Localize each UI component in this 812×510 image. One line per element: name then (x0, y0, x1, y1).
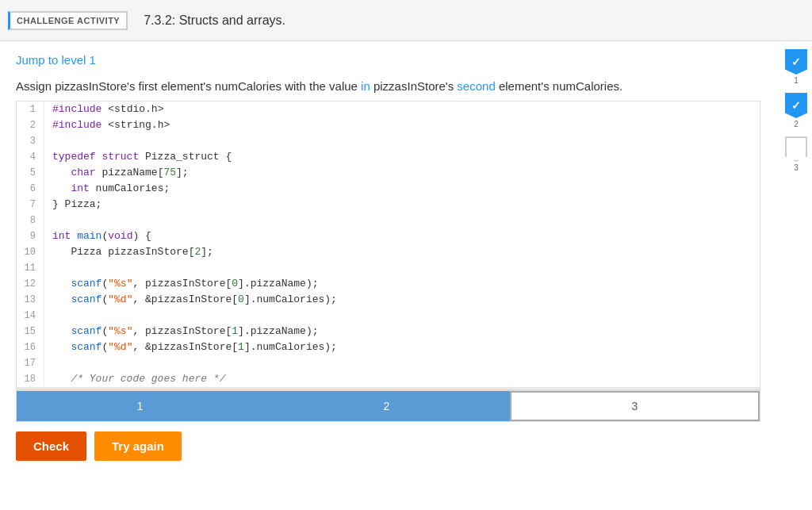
code-line: 15 scanf("%s", pizzasInStore[1].pizzaNam… (17, 324, 760, 339)
code-line: 1 #include <stdio.h> (17, 102, 760, 117)
code-line: 9 int main(void) { (17, 228, 760, 244)
page-title: 7.3.2: Structs and arrays. (144, 13, 285, 28)
progress-label-3: 3 (632, 400, 638, 412)
challenge-activity-badge: CHALLENGE ACTIVITY (8, 11, 128, 30)
code-editor[interactable]: 1 #include <stdio.h> 2 #include <string.… (16, 101, 760, 390)
code-line: 16 scanf("%d", &pizzasInStore[1].numCalo… (17, 339, 760, 355)
code-line: 8 (17, 213, 760, 228)
level-3-num: 3 (794, 163, 799, 172)
code-line: 17 (17, 355, 760, 371)
level-3-badge (785, 136, 807, 162)
progress-segment-2[interactable]: 2 (263, 391, 510, 421)
progress-segment-3[interactable]: 3 (510, 391, 760, 421)
jump-link-container: Jump to level 1 (16, 53, 760, 67)
code-line: 10 Pizza pizzasInStore[2]; (17, 244, 760, 260)
code-line: 6 int numCalories; (17, 181, 760, 197)
action-buttons: Check Try again (16, 422, 760, 470)
progress-bar: 1 2 3 (16, 390, 760, 422)
sidebar-level-3[interactable]: 3 (785, 136, 807, 172)
try-again-button[interactable]: Try again (94, 431, 182, 461)
level-2-num: 2 (794, 120, 799, 128)
code-line: 4 typedef struct Pizza_struct { (17, 149, 760, 165)
code-line: 13 scanf("%d", &pizzasInStore[0].numCalo… (17, 292, 760, 308)
level-1-badge: ✓ (785, 49, 807, 75)
sidebar-level-2[interactable]: ✓ 2 (785, 93, 807, 128)
code-line: 2 #include <string.h> (17, 117, 760, 133)
progress-label-2: 2 (384, 400, 390, 412)
code-line: 7 } Pizza; (17, 197, 760, 213)
level-2-badge: ✓ (785, 93, 807, 118)
code-line: 18 /* Your code goes here */ (17, 371, 760, 387)
header: CHALLENGE ACTIVITY 7.3.2: Structs and ar… (0, 0, 812, 41)
main-content: Jump to level 1 Assign pizzasInStore's f… (0, 41, 776, 470)
code-line: 5 char pizzaName[75]; (17, 165, 760, 181)
highlight-in: in (361, 79, 370, 93)
highlight-second: second (457, 79, 495, 93)
code-line: 12 scanf("%s", pizzasInStore[0].pizzaNam… (17, 276, 760, 292)
code-line: 3 (17, 133, 760, 149)
sidebar-level-1[interactable]: ✓ 1 (785, 49, 807, 85)
check-button[interactable]: Check (16, 431, 86, 461)
jump-to-level-link[interactable]: Jump to level 1 (16, 53, 96, 67)
level-1-num: 1 (794, 76, 799, 85)
code-line: 11 (17, 260, 760, 276)
instruction-text: Assign pizzasInStore's first element's n… (16, 79, 760, 93)
progress-segment-1[interactable]: 1 (17, 391, 263, 421)
code-line: 14 (17, 308, 760, 324)
progress-label-1: 1 (137, 400, 144, 412)
level-sidebar: ✓ 1 ✓ 2 3 (780, 41, 812, 172)
